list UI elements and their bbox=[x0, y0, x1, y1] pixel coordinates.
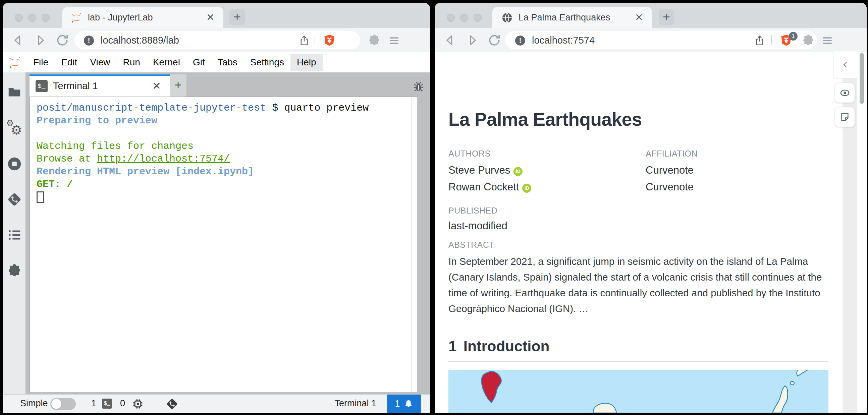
jupyter-logo bbox=[8, 55, 22, 69]
close-window-button[interactable] bbox=[447, 14, 455, 22]
new-tab-button[interactable]: + bbox=[659, 9, 674, 25]
url-text: localhost:8889/lab bbox=[101, 35, 179, 46]
orcid-icon[interactable]: iD bbox=[514, 167, 523, 176]
menu-edit[interactable]: Edit bbox=[55, 54, 84, 71]
close-tab-icon[interactable]: ✕ bbox=[635, 11, 643, 23]
jupyterlab-workspace: ⚙ ⚙ $_ Terminal 1 ✕ bbox=[3, 72, 430, 394]
address-bar[interactable]: ! localhost:7574 1 bbox=[505, 31, 817, 49]
browse-link[interactable]: http://localhost:7574/ bbox=[97, 153, 230, 165]
brave-shield-icon[interactable] bbox=[323, 34, 336, 47]
toggle-knob bbox=[51, 399, 61, 409]
terminal-line-preparing: Preparing to preview bbox=[36, 114, 407, 127]
reload-icon[interactable] bbox=[487, 33, 502, 47]
share-icon[interactable] bbox=[754, 35, 765, 46]
author-row: Rowan CockettiD bbox=[448, 181, 531, 193]
menu-hamburger-icon[interactable] bbox=[821, 34, 834, 47]
preview-browser-window: La Palma Earthquakes ✕ + ! localhost:757… bbox=[435, 3, 867, 413]
minimize-window-button[interactable] bbox=[28, 14, 36, 22]
tab-title: lab - JupyterLab bbox=[88, 12, 153, 23]
current-widget-label[interactable]: Terminal 1 bbox=[334, 398, 376, 409]
browser-tab[interactable]: La Palma Earthquakes ✕ bbox=[492, 7, 652, 28]
jupyterlab-menu-bar: File Edit View Run Kernel Git Tabs Setti… bbox=[3, 52, 430, 72]
canary-islands-map[interactable] bbox=[448, 370, 829, 413]
menu-run[interactable]: Run bbox=[117, 54, 147, 71]
author-affiliation: Curvenote bbox=[646, 181, 693, 193]
menu-tabs[interactable]: Tabs bbox=[211, 54, 244, 71]
terminal-output: posit/manuscript-template-jupyter-test $… bbox=[36, 102, 407, 203]
new-launcher-button[interactable]: + bbox=[170, 74, 186, 97]
extensions-puzzle-icon[interactable] bbox=[802, 34, 815, 47]
browser-tab[interactable]: lab - JupyterLab ✕ bbox=[62, 7, 223, 28]
menu-view[interactable]: View bbox=[84, 54, 116, 71]
section-divider bbox=[448, 361, 829, 362]
debugger-bug-icon[interactable] bbox=[412, 80, 425, 93]
back-icon[interactable] bbox=[443, 33, 458, 47]
page-scrollbar-thumb[interactable] bbox=[860, 53, 864, 104]
menu-kernel[interactable]: Kernel bbox=[147, 54, 186, 71]
terminal-tab[interactable]: $_ Terminal 1 ✕ bbox=[30, 74, 170, 97]
jupyterlab-status-bar: Simple 1 $_ 0 Terminal 1 1 bbox=[3, 394, 430, 413]
url-text: localhost:7574 bbox=[532, 35, 595, 46]
menu-git[interactable]: Git bbox=[186, 54, 211, 71]
running-sessions-stop-icon[interactable] bbox=[7, 156, 22, 172]
zoom-window-button[interactable] bbox=[41, 14, 50, 22]
authors-label: AUTHORS bbox=[448, 149, 491, 159]
browser-toolbar: ! localhost:8889/lab bbox=[3, 28, 430, 52]
terminal-line-browse: Browse at http://localhost:7574/ bbox=[36, 153, 407, 165]
forward-icon[interactable] bbox=[465, 33, 479, 47]
author-row: Steve PurvesiD bbox=[448, 164, 523, 176]
address-bar[interactable]: ! localhost:8889/lab bbox=[74, 31, 360, 49]
notes-button[interactable] bbox=[835, 107, 855, 127]
notification-badge[interactable]: 1 bbox=[387, 394, 421, 413]
simple-mode-toggle[interactable] bbox=[50, 398, 76, 410]
menu-file[interactable]: File bbox=[27, 54, 55, 71]
extension-manager-puzzle-icon[interactable] bbox=[7, 263, 22, 278]
site-info-icon[interactable]: ! bbox=[515, 35, 525, 45]
orcid-icon[interactable]: iD bbox=[522, 184, 531, 193]
left-activity-sidebar: ⚙ ⚙ bbox=[3, 72, 26, 394]
browse-prefix: Browse at bbox=[36, 153, 97, 165]
back-icon[interactable] bbox=[11, 33, 26, 47]
property-inspector-gears-icon-large[interactable]: ⚙ bbox=[11, 123, 22, 137]
globe-favicon bbox=[501, 12, 513, 24]
zoom-window-button[interactable] bbox=[473, 14, 482, 22]
close-tab-icon[interactable]: ✕ bbox=[206, 11, 215, 23]
menu-settings[interactable]: Settings bbox=[244, 54, 290, 71]
author-name[interactable]: Steve Purves bbox=[448, 164, 510, 176]
visibility-button[interactable] bbox=[835, 83, 855, 103]
menu-help[interactable]: Help bbox=[290, 54, 323, 71]
divider bbox=[771, 35, 772, 45]
section-heading: 1 Introduction bbox=[448, 338, 549, 355]
terminal-blank-line bbox=[36, 127, 407, 140]
terminal-tab-label: Terminal 1 bbox=[53, 81, 98, 92]
table-of-contents-icon[interactable] bbox=[7, 227, 22, 243]
git-status-icon[interactable] bbox=[166, 397, 179, 410]
published-label: PUBLISHED bbox=[448, 206, 497, 216]
author-name[interactable]: Rowan Cockett bbox=[448, 181, 519, 193]
close-window-button[interactable] bbox=[15, 14, 23, 22]
minimize-window-button[interactable] bbox=[460, 14, 468, 22]
new-tab-button[interactable]: + bbox=[229, 9, 245, 25]
reload-icon[interactable] bbox=[55, 33, 70, 47]
abstract-text: In September 2021, a significant jump in… bbox=[448, 253, 831, 316]
site-info-icon[interactable]: ! bbox=[84, 35, 94, 45]
file-browser-folder-icon[interactable] bbox=[7, 85, 22, 100]
terminal-count: 1 bbox=[91, 398, 96, 409]
git-sidebar-icon[interactable] bbox=[7, 192, 22, 207]
notification-count: 1 bbox=[395, 398, 400, 409]
jupyter-favicon bbox=[70, 12, 83, 24]
terminal-cursor bbox=[36, 191, 44, 203]
terminal-panel[interactable]: posit/manuscript-template-jupyter-test $… bbox=[30, 97, 417, 392]
side-panel-rail bbox=[842, 52, 857, 413]
collapse-panel-button[interactable] bbox=[833, 51, 857, 78]
section-title: Introduction bbox=[464, 338, 550, 354]
terminal-line-get: GET: / bbox=[36, 178, 407, 191]
terminal-scrollbar[interactable] bbox=[411, 97, 417, 392]
menu-hamburger-icon[interactable] bbox=[388, 34, 400, 47]
close-terminal-tab-icon[interactable]: ✕ bbox=[152, 80, 161, 92]
extensions-puzzle-icon[interactable] bbox=[368, 34, 381, 47]
share-icon[interactable] bbox=[299, 35, 310, 46]
forward-icon[interactable] bbox=[33, 33, 48, 47]
browser-toolbar: ! localhost:7574 1 bbox=[435, 28, 867, 52]
eye-icon bbox=[839, 88, 850, 98]
